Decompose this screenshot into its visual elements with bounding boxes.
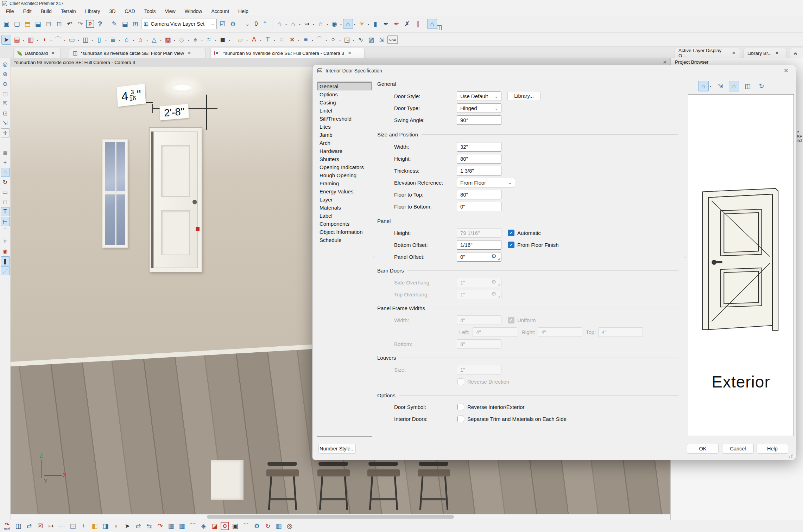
text-tools-icon[interactable]: A <box>249 35 259 45</box>
move-free-icon[interactable]: ◈ <box>199 521 209 531</box>
build-roof-icon[interactable]: ⌂ <box>288 19 298 29</box>
cross-hair-icon[interactable]: + <box>1 158 10 167</box>
door-jamb-right-icon[interactable]: ◨ <box>101 521 110 531</box>
door-jamb-left-icon[interactable]: ◧ <box>90 521 100 531</box>
thickness-input[interactable]: 1 3/8" <box>457 166 501 175</box>
door-type-select[interactable]: Hinged⌄ <box>457 103 501 113</box>
reverse-interior-exterior-checkbox[interactable] <box>457 404 464 410</box>
cancel-button[interactable]: Cancel <box>722 444 754 454</box>
swing-arc-icon[interactable]: ↷ <box>155 521 165 531</box>
dialog-nav-item[interactable]: Object Information <box>317 228 372 236</box>
grid-snap-icon[interactable]: ⌗ <box>1 237 10 246</box>
build-house-icon[interactable]: ⌂ <box>274 19 284 29</box>
furniture-refresh-icon[interactable]: ↻ <box>263 521 273 531</box>
schedule-open-icon[interactable]: ▦ <box>166 521 176 531</box>
dimension-tools-icon[interactable]: ▱ <box>235 35 245 45</box>
bar-stool[interactable] <box>367 462 400 513</box>
temp-dims-show-icon[interactable]: ⌃ <box>260 19 270 29</box>
rotate-preview-icon[interactable]: ↻ <box>756 81 767 91</box>
dimension-style-icon[interactable]: ⊢ <box>1 217 10 226</box>
text-style-icon[interactable]: T <box>1 207 10 216</box>
terrain-tools-icon[interactable]: ≈ <box>204 35 214 45</box>
menu-item[interactable]: File <box>1 8 19 15</box>
swing-angle-input[interactable]: 90° <box>457 115 501 125</box>
automatic-checkbox[interactable]: ✓ <box>508 230 514 236</box>
dialog-nav-item[interactable]: Sill/Threshold <box>317 115 372 123</box>
floor-to-bottom-input[interactable]: 0" <box>457 202 501 211</box>
splitter-handle[interactable]: › <box>684 255 686 259</box>
close-tab-icon[interactable]: ✕ <box>187 51 192 56</box>
from-floor-finish-checkbox[interactable]: ✓ <box>508 242 514 248</box>
arch-top-icon[interactable]: ⌒ <box>188 521 198 531</box>
menu-item[interactable]: Tools <box>140 8 160 15</box>
dormer-tools-icon[interactable]: △ <box>149 35 159 45</box>
angle-snap-icon[interactable]: ⋰ <box>1 266 10 275</box>
tree-item-fragment[interactable]: ircl <box>797 138 802 143</box>
help-button[interactable]: Help <box>757 444 788 454</box>
expand-view-icon[interactable]: ⇱ <box>1 99 10 108</box>
scene-window[interactable] <box>102 139 128 248</box>
dialog-nav-item[interactable]: Materials <box>317 204 372 212</box>
menu-item[interactable]: Help <box>234 8 253 15</box>
open-door-swing-icon[interactable]: ◪ <box>210 521 220 531</box>
separate-trim-checkbox[interactable] <box>457 416 464 422</box>
delete-edit-icon[interactable]: ☒ <box>35 521 45 531</box>
select-arrow-icon[interactable]: ➤ <box>1 35 11 45</box>
print-icon[interactable]: ⊟ <box>44 19 53 29</box>
dialog-nav-item[interactable]: Label <box>317 212 372 220</box>
separator[interactable] <box>106 19 109 29</box>
tab-library-browser[interactable]: Library Br... ✕ <box>744 48 786 58</box>
door-style-select[interactable]: Use Default⌄ <box>457 91 501 101</box>
wrench-default-icon[interactable]: ⚙ <box>491 253 499 261</box>
color-view-icon[interactable]: ⌂ <box>1 168 10 177</box>
number-style-button[interactable]: Number Style... <box>318 444 356 454</box>
dialog-nav-item[interactable]: Jamb <box>317 131 372 139</box>
zoom-extents-icon[interactable]: ◱ <box>1 89 10 98</box>
component-zero-icon[interactable]: O <box>221 522 229 530</box>
layout-page-icon[interactable]: P <box>86 20 94 28</box>
close-tab-icon[interactable]: ✕ <box>347 51 352 56</box>
preview-jamb-toggle-icon[interactable]: ◫ <box>742 81 753 91</box>
camera-rotate-icon[interactable]: ◉ <box>329 19 339 29</box>
cabinet-tools-icon[interactable]: ◫ <box>81 35 90 45</box>
undo-icon[interactable]: ↶ <box>65 19 75 29</box>
dimension-label-2[interactable]: 2'-8" <box>159 104 189 120</box>
material-eyedropper-icon[interactable]: ✒ <box>392 19 401 29</box>
radius-arc-icon[interactable]: ⌒ <box>241 521 251 531</box>
leader-line-icon[interactable]: T <box>263 35 273 45</box>
skylight-icon[interactable]: ◇ <box>177 35 186 45</box>
spline-icon[interactable]: ∿ <box>356 35 366 45</box>
box-tools-icon[interactable]: ◳ <box>342 35 352 45</box>
circle-tools-icon[interactable]: ○ <box>328 35 338 45</box>
bar-stool[interactable] <box>317 462 350 513</box>
layers-3d-icon[interactable]: ≣ <box>1 148 10 157</box>
menu-item[interactable]: CAD <box>120 8 140 15</box>
plan-search-icon[interactable]: ◎ <box>285 521 295 531</box>
fit-preview-icon[interactable]: ⇲ <box>715 81 726 91</box>
siding-material-icon[interactable]: ▩ <box>163 35 173 45</box>
object-snap-icon[interactable]: ◉ <box>1 246 10 256</box>
dialog-nav-item[interactable]: Casing <box>317 98 372 107</box>
floor-building-icon[interactable]: ⌂ <box>122 35 132 45</box>
pan-down-icon[interactable]: ⇲ <box>1 118 10 128</box>
paint-style-icon[interactable]: ◐ <box>112 521 121 531</box>
tree-item-fragment[interactable]: e SE <box>797 129 803 139</box>
cad-line-icon[interactable]: ≡ <box>301 35 311 45</box>
tab-floor-plan-view[interactable]: ◫ *sunurban 93 riverside circle SE: Floo… <box>69 48 206 58</box>
dialog-resize-grip[interactable] <box>789 454 793 458</box>
menu-item[interactable]: View <box>160 8 180 15</box>
roof-tools-icon[interactable]: ⌂ <box>135 35 145 45</box>
primitives-icon[interactable]: ◼ <box>218 35 228 45</box>
height-input[interactable]: 80" <box>457 154 501 164</box>
tab-partial[interactable]: A <box>790 48 803 58</box>
new-file-icon[interactable]: ▢ <box>12 19 22 29</box>
menu-item[interactable]: Library <box>81 8 105 15</box>
door-direction-icon[interactable]: ▣ <box>230 521 240 531</box>
zoom-in-icon[interactable]: ⊕ <box>1 69 10 78</box>
dialog-nav-item[interactable]: Shutters <box>317 155 372 163</box>
default-settings-wrench-icon[interactable]: ⚙ <box>228 19 238 29</box>
find-object-icon[interactable]: ◻ <box>1 197 10 206</box>
menu-item[interactable]: 3D <box>105 8 120 15</box>
curved-wall-icon[interactable]: ◖ <box>39 35 49 45</box>
orthographic-camera-icon[interactable]: ⌂ <box>316 19 325 29</box>
